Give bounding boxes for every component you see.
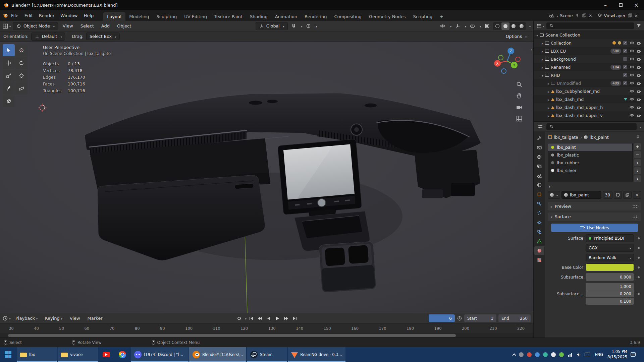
menu-view[interactable]: View (60, 22, 76, 30)
hide-eye-icon[interactable] (629, 105, 635, 110)
taskbar-item-explorer-vivace[interactable]: vivace (58, 347, 98, 362)
expand-icon[interactable] (542, 73, 543, 78)
workspace-tab-compositing[interactable]: Compositing (330, 12, 365, 21)
overlays-toggle-icon[interactable] (468, 22, 476, 30)
shading-rendered-icon[interactable] (518, 22, 526, 30)
outliner-row-lbx-eu[interactable]: LBX EU 500 (534, 47, 644, 55)
timeline-editor-icon[interactable] (3, 315, 11, 322)
mode-dropdown[interactable]: Object Mode (13, 22, 58, 30)
drag-mode-dropdown[interactable]: Select Box (86, 33, 120, 40)
disable-render-camera-icon[interactable] (637, 88, 642, 94)
taskbar-item-blender[interactable]: Blender* [C:\Users\... (189, 347, 246, 362)
menu-marker[interactable]: Marker (85, 314, 105, 322)
outliner-search-input[interactable] (546, 22, 634, 29)
material-slot[interactable]: lbx_plastic (548, 151, 632, 159)
minimize-button[interactable] (598, 0, 613, 10)
exclude-checkbox[interactable] (623, 65, 627, 69)
tab-render[interactable] (534, 143, 544, 152)
menu-help[interactable]: Help (81, 12, 97, 19)
workspace-tab-rendering[interactable]: Rendering (301, 12, 330, 21)
exclude-checkbox[interactable] (623, 49, 627, 53)
users-count-button[interactable]: 39 (603, 191, 612, 199)
fake-user-shield-icon[interactable] (614, 191, 622, 199)
decorator-dot-icon[interactable] (638, 257, 640, 259)
slots-expand-row[interactable] (545, 183, 644, 190)
browse-material-button[interactable] (548, 191, 560, 199)
decorator-dot-icon[interactable] (638, 266, 640, 268)
menu-file[interactable]: File (8, 12, 21, 19)
new-scene-icon[interactable] (582, 13, 587, 18)
tab-particles[interactable] (534, 209, 544, 217)
navigation-gizmo[interactable]: Z X Y (490, 44, 525, 78)
preview-panel-header[interactable]: Preview (548, 202, 641, 210)
transform-orientation-dropdown[interactable]: Global (256, 22, 288, 30)
hide-eye-icon[interactable] (629, 56, 635, 62)
pin-icon[interactable] (575, 13, 580, 18)
new-material-copy-icon[interactable] (623, 191, 632, 199)
tool-measure[interactable] (15, 82, 28, 95)
workspace-tab-scripting[interactable]: Scripting (410, 12, 436, 21)
add-workspace-button[interactable]: + (436, 12, 447, 21)
view-layer-selector[interactable]: ViewLayer (596, 12, 639, 19)
start-button[interactable] (0, 347, 16, 362)
menu-render[interactable]: Render (36, 12, 57, 19)
workspace-tab-sculpting[interactable]: Sculpting (153, 12, 180, 21)
tool-annotate[interactable] (3, 82, 15, 95)
tray-icon[interactable] (559, 352, 564, 357)
outliner-row-collection[interactable]: Collection (534, 39, 644, 47)
taskbar-clock[interactable]: 1:05 PM 8/15/2025 (607, 349, 627, 360)
gizmo-dropdown-icon[interactable] (464, 24, 466, 28)
workspace-tab-layout[interactable]: Layout (103, 12, 125, 21)
filter-icon[interactable] (636, 23, 641, 28)
tab-material[interactable] (534, 246, 544, 255)
timeline-scrollbar[interactable] (0, 333, 533, 338)
tab-world[interactable] (534, 181, 544, 189)
outliner-row-background[interactable]: Background (534, 55, 644, 63)
tab-constraints[interactable] (534, 228, 544, 236)
tool-move[interactable] (3, 57, 15, 69)
menu-add[interactable]: Add (99, 22, 112, 30)
next-keyframe-icon[interactable] (282, 315, 290, 322)
radius-z-field[interactable]: 0.100 (586, 298, 634, 305)
current-frame-field[interactable]: 6 (429, 314, 455, 322)
tray-icon[interactable] (535, 352, 540, 357)
outliner-editor-icon[interactable] (536, 22, 544, 29)
sidebar-expand-icon[interactable] (531, 47, 533, 52)
play-reverse-icon[interactable] (265, 315, 273, 322)
scene-selector[interactable]: Scene (547, 12, 594, 19)
base-color-swatch[interactable] (586, 263, 634, 271)
distribution-dropdown[interactable]: GGX (586, 244, 634, 252)
surface-shader-dropdown[interactable]: Principled BSDF (586, 234, 634, 242)
outliner-row-lbx-dash-rhd[interactable]: lbx_dash_rhd (534, 95, 644, 103)
workspace-tab-uv-editing[interactable]: UV Editing (180, 12, 211, 21)
overlays-dropdown-icon[interactable] (478, 24, 481, 28)
surface-panel-header[interactable]: Surface (548, 213, 641, 221)
unlink-material-button[interactable] (633, 191, 641, 199)
material-slot[interactable]: lbx_silver (548, 167, 632, 174)
properties-filter-dropdown-icon[interactable] (639, 124, 641, 129)
shading-material-icon[interactable] (509, 22, 518, 30)
menu-window[interactable]: Window (57, 12, 80, 19)
options-dropdown[interactable]: Options (502, 33, 530, 40)
sss-method-dropdown[interactable]: Random Walk (586, 254, 634, 261)
radius-x-field[interactable]: 1.000 (586, 283, 634, 290)
tab-modifiers[interactable] (534, 199, 544, 208)
tool-transform[interactable] (15, 70, 28, 82)
outliner-row-lbx-dash-rhd-upper-v[interactable]: lbx_dash_rhd_upper_v (534, 111, 644, 119)
menu-tl-view[interactable]: View (67, 314, 83, 322)
expand-icon[interactable] (542, 65, 543, 70)
tray-expand-icon[interactable] (513, 353, 516, 357)
tab-object[interactable] (534, 190, 544, 198)
taskbar-item-discord[interactable]: (1974) Discord | "[O... (131, 347, 189, 362)
prev-keyframe-icon[interactable] (256, 315, 264, 322)
hide-eye-icon[interactable] (629, 64, 635, 70)
menu-keying[interactable]: Keying (42, 314, 65, 322)
camera-view-icon[interactable] (516, 104, 523, 111)
taskbar-item-explorer-lbx[interactable]: lbx (17, 347, 57, 362)
move-slot-down-button[interactable] (634, 175, 641, 182)
menu-select[interactable]: Select (78, 22, 97, 30)
exclude-checkbox[interactable] (623, 73, 627, 77)
tray-icon[interactable] (527, 352, 532, 357)
tab-physics[interactable] (534, 218, 544, 227)
use-nodes-button[interactable]: Use Nodes (551, 224, 638, 232)
